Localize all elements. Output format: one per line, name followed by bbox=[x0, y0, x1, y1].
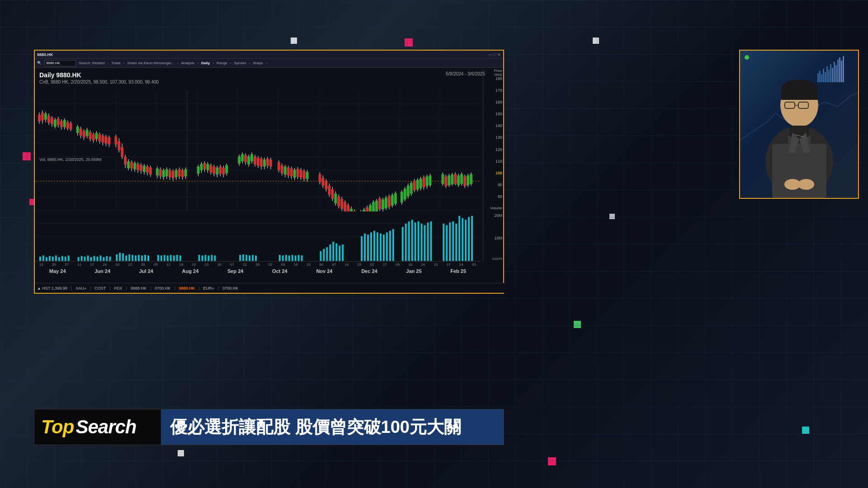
toolbar-shape[interactable]: Shape bbox=[253, 61, 263, 65]
svg-rect-306 bbox=[208, 256, 209, 261]
toolbar-symbol[interactable]: Symbol bbox=[234, 61, 246, 65]
month-jan25: Jan 25 bbox=[406, 268, 421, 274]
news-banner: Top Search 優必選折讓配股 股價曾突破100元大關 bbox=[34, 409, 504, 445]
toolbar-search-related[interactable]: Search: Related bbox=[79, 61, 104, 65]
top-label: Top bbox=[41, 418, 74, 436]
svg-rect-297 bbox=[164, 255, 165, 261]
ticker-0700-2: 0700.HK bbox=[222, 286, 238, 291]
svg-rect-118 bbox=[209, 165, 212, 173]
svg-rect-327 bbox=[332, 242, 334, 261]
svg-rect-266 bbox=[49, 256, 51, 261]
price-160: 160 bbox=[495, 100, 502, 104]
chart-toolbar[interactable]: 🔍 Search: Related • Trade • Share via Ei… bbox=[35, 59, 503, 68]
svg-rect-264 bbox=[42, 256, 44, 261]
svg-rect-344 bbox=[408, 221, 410, 261]
svg-rect-346 bbox=[415, 223, 416, 261]
svg-rect-305 bbox=[204, 255, 206, 261]
x-axis-dates: 132027111724 022229051219 022330072126 0… bbox=[35, 262, 481, 267]
svg-rect-162 bbox=[293, 170, 296, 178]
svg-rect-340 bbox=[389, 231, 391, 261]
svg-rect-319 bbox=[292, 255, 293, 261]
svg-rect-226 bbox=[410, 183, 413, 194]
symbol-input[interactable] bbox=[44, 60, 76, 66]
price-120: 120 bbox=[495, 147, 502, 152]
svg-rect-204 bbox=[372, 202, 375, 213]
svg-rect-182 bbox=[334, 194, 337, 204]
svg-rect-272 bbox=[68, 256, 70, 261]
presenter-silhouette bbox=[750, 62, 849, 198]
svg-rect-50 bbox=[86, 130, 89, 136]
svg-rect-338 bbox=[383, 235, 385, 261]
svg-rect-42 bbox=[70, 123, 72, 130]
svg-rect-307 bbox=[211, 255, 212, 261]
svg-rect-40 bbox=[66, 122, 69, 129]
svg-rect-186 bbox=[340, 199, 343, 209]
svg-rect-330 bbox=[342, 244, 344, 261]
svg-rect-348 bbox=[421, 224, 423, 261]
svg-rect-98 bbox=[169, 170, 171, 178]
svg-rect-152 bbox=[278, 162, 280, 170]
svg-rect-279 bbox=[96, 257, 98, 261]
price-100: 100 bbox=[495, 171, 502, 175]
toolbar-analysis[interactable]: Analysis bbox=[181, 61, 194, 65]
svg-rect-96 bbox=[165, 169, 168, 177]
svg-rect-366 bbox=[781, 89, 817, 100]
month-oct24: Oct 24 bbox=[272, 268, 288, 274]
svg-rect-345 bbox=[411, 220, 413, 261]
svg-rect-142 bbox=[257, 158, 259, 166]
svg-rect-343 bbox=[405, 224, 407, 261]
svg-rect-351 bbox=[430, 221, 432, 261]
svg-rect-303 bbox=[198, 255, 200, 261]
svg-rect-236 bbox=[425, 176, 428, 186]
chart-area: Daily 9880.HK CnB, 9880 HK, 2/20/2025, 9… bbox=[35, 68, 503, 293]
svg-rect-300 bbox=[173, 256, 175, 261]
svg-rect-88 bbox=[149, 168, 152, 175]
month-jul24: Jul 24 bbox=[139, 268, 153, 274]
price-80: 80 bbox=[498, 194, 502, 199]
svg-rect-178 bbox=[328, 186, 330, 195]
svg-rect-218 bbox=[394, 193, 397, 204]
presenter-background bbox=[740, 51, 858, 198]
svg-rect-86 bbox=[146, 167, 149, 173]
svg-rect-278 bbox=[93, 256, 95, 261]
svg-rect-295 bbox=[157, 255, 159, 261]
svg-rect-38 bbox=[63, 120, 66, 127]
toolbar-share[interactable]: Share via Eikon Messenger... bbox=[127, 61, 175, 65]
svg-rect-170 bbox=[306, 172, 309, 179]
toolbar-daily[interactable]: Daily bbox=[201, 61, 210, 65]
svg-rect-124 bbox=[219, 167, 222, 174]
svg-rect-122 bbox=[216, 168, 218, 175]
svg-rect-270 bbox=[61, 256, 63, 261]
svg-rect-334 bbox=[370, 233, 372, 261]
svg-rect-116 bbox=[206, 164, 209, 170]
svg-rect-287 bbox=[125, 256, 127, 261]
ticker-xau: XAU= bbox=[75, 286, 86, 291]
svg-rect-350 bbox=[427, 223, 429, 261]
svg-rect-128 bbox=[225, 165, 228, 174]
svg-rect-354 bbox=[449, 223, 451, 261]
toolbar-range[interactable]: Range bbox=[217, 61, 227, 65]
month-may24: May 24 bbox=[49, 268, 66, 274]
svg-rect-26 bbox=[44, 113, 47, 120]
ticker-fdx: FDX bbox=[114, 286, 123, 291]
svg-rect-160 bbox=[290, 169, 293, 177]
svg-rect-114 bbox=[203, 163, 206, 169]
ticker-hst: ▲ HST 1,399.98 bbox=[37, 286, 67, 291]
svg-rect-250 bbox=[457, 175, 460, 185]
svg-rect-315 bbox=[279, 255, 281, 261]
svg-rect-106 bbox=[181, 170, 184, 178]
news-headline: 優必選折讓配股 股價曾突破100元大關 bbox=[161, 409, 504, 445]
svg-rect-24 bbox=[41, 113, 44, 121]
svg-rect-166 bbox=[300, 170, 302, 178]
price-170: 170 bbox=[495, 88, 502, 93]
svg-rect-188 bbox=[344, 202, 346, 212]
vol-10m: 10M bbox=[494, 236, 502, 240]
svg-rect-46 bbox=[80, 128, 82, 136]
month-dec24: Dec 24 bbox=[361, 268, 377, 274]
toolbar-trade[interactable]: Trade bbox=[111, 61, 121, 65]
svg-rect-336 bbox=[377, 233, 378, 261]
svg-rect-144 bbox=[260, 159, 263, 167]
price-90: 90 bbox=[498, 183, 502, 187]
svg-rect-176 bbox=[325, 181, 327, 189]
svg-rect-206 bbox=[375, 201, 378, 211]
